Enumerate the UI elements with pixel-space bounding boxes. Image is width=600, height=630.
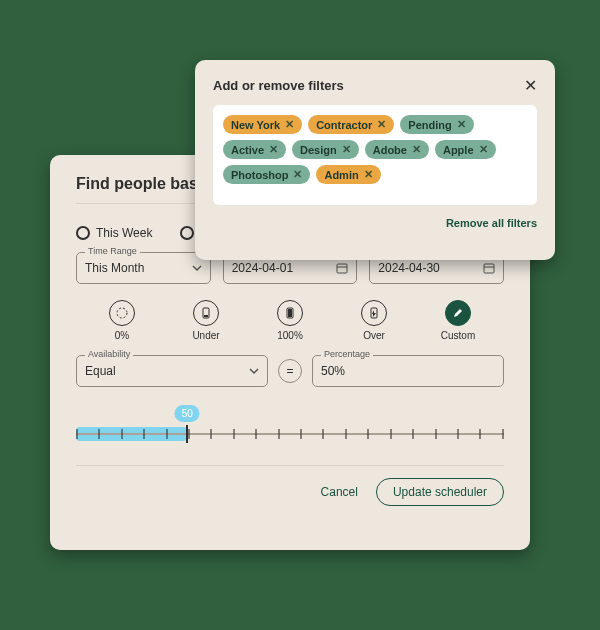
- field-value: Equal: [85, 364, 116, 378]
- field-value: 2024-04-30: [378, 261, 439, 275]
- chip-remove-icon[interactable]: ✕: [479, 143, 488, 156]
- svg-rect-6: [204, 315, 208, 317]
- chip-label: New York: [231, 119, 280, 131]
- chevron-down-icon: [192, 263, 202, 273]
- svg-rect-8: [288, 309, 292, 317]
- field-legend: Percentage: [321, 349, 373, 359]
- availability-row: Availability Equal = Percentage 50%: [76, 355, 504, 387]
- filter-chip[interactable]: Active✕: [223, 140, 286, 159]
- chip-remove-icon[interactable]: ✕: [269, 143, 278, 156]
- field-legend: Time Range: [85, 246, 140, 256]
- time-range-select[interactable]: Time Range This Month: [76, 252, 211, 284]
- slider-handle[interactable]: [186, 425, 188, 443]
- battery-full-icon: [277, 300, 303, 326]
- svg-rect-0: [337, 264, 347, 273]
- availability-select[interactable]: Availability Equal: [76, 355, 268, 387]
- svg-point-4: [117, 308, 127, 318]
- chip-label: Photoshop: [231, 169, 288, 181]
- status-full[interactable]: 100%: [266, 300, 314, 341]
- radio-dot-icon: [180, 226, 194, 240]
- field-value: This Month: [85, 261, 144, 275]
- status-label: 0%: [115, 330, 129, 341]
- filters-footer: Remove all filters: [213, 213, 537, 231]
- radio-label: This Week: [96, 226, 152, 240]
- panel-actions: Cancel Update scheduler: [76, 465, 504, 506]
- status-label: 100%: [277, 330, 303, 341]
- slider-value-bubble: 50: [175, 405, 200, 422]
- pencil-icon: [445, 300, 471, 326]
- calendar-icon: [336, 262, 348, 274]
- chip-label: Active: [231, 144, 264, 156]
- percentage-field[interactable]: Percentage 50%: [312, 355, 504, 387]
- quick-range-this-week[interactable]: This Week: [76, 226, 152, 240]
- update-scheduler-button[interactable]: Update scheduler: [376, 478, 504, 506]
- chip-label: Adobe: [373, 144, 407, 156]
- utilization-status-row: 0% Under 100% Over Custom: [76, 300, 504, 341]
- filter-chip[interactable]: Pending✕: [400, 115, 473, 134]
- field-value: 50%: [321, 364, 345, 378]
- chip-remove-icon[interactable]: ✕: [457, 118, 466, 131]
- filter-chip[interactable]: Adobe✕: [365, 140, 429, 159]
- filter-chip[interactable]: New York✕: [223, 115, 302, 134]
- status-custom[interactable]: Custom: [434, 300, 482, 341]
- filter-chip[interactable]: Design✕: [292, 140, 359, 159]
- chip-remove-icon[interactable]: ✕: [293, 168, 302, 181]
- status-zero[interactable]: 0%: [98, 300, 146, 341]
- chip-label: Admin: [324, 169, 358, 181]
- filter-chip[interactable]: Apple✕: [435, 140, 496, 159]
- chip-remove-icon[interactable]: ✕: [342, 143, 351, 156]
- svg-rect-2: [484, 264, 494, 273]
- status-over[interactable]: Over: [350, 300, 398, 341]
- chevron-down-icon: [249, 366, 259, 376]
- filter-chip[interactable]: Admin✕: [316, 165, 380, 184]
- status-label: Under: [192, 330, 219, 341]
- chip-label: Contractor: [316, 119, 372, 131]
- chip-remove-icon[interactable]: ✕: [285, 118, 294, 131]
- slider-ticks: [76, 429, 504, 439]
- filter-chip-area: New York✕Contractor✕Pending✕Active✕Desig…: [213, 105, 537, 205]
- equals-badge: =: [278, 359, 302, 383]
- battery-under-icon: [193, 300, 219, 326]
- gauge-zero-icon: [109, 300, 135, 326]
- status-label: Over: [363, 330, 385, 341]
- cancel-button[interactable]: Cancel: [321, 485, 358, 499]
- filter-chip[interactable]: Contractor✕: [308, 115, 394, 134]
- status-label: Custom: [441, 330, 475, 341]
- filters-header: Add or remove filters ✕: [213, 76, 537, 95]
- filters-modal: Add or remove filters ✕ New York✕Contrac…: [195, 60, 555, 260]
- battery-over-icon: [361, 300, 387, 326]
- chip-remove-icon[interactable]: ✕: [412, 143, 421, 156]
- field-value: 2024-04-01: [232, 261, 293, 275]
- field-legend: Availability: [85, 349, 133, 359]
- status-under[interactable]: Under: [182, 300, 230, 341]
- close-icon[interactable]: ✕: [524, 76, 537, 95]
- chip-label: Pending: [408, 119, 451, 131]
- calendar-icon: [483, 262, 495, 274]
- chip-remove-icon[interactable]: ✕: [364, 168, 373, 181]
- percentage-slider[interactable]: 50: [76, 405, 504, 449]
- chip-label: Apple: [443, 144, 474, 156]
- remove-all-filters-button[interactable]: Remove all filters: [446, 217, 537, 229]
- filter-chip[interactable]: Photoshop✕: [223, 165, 310, 184]
- chip-remove-icon[interactable]: ✕: [377, 118, 386, 131]
- filters-title: Add or remove filters: [213, 78, 344, 93]
- chip-label: Design: [300, 144, 337, 156]
- radio-dot-icon: [76, 226, 90, 240]
